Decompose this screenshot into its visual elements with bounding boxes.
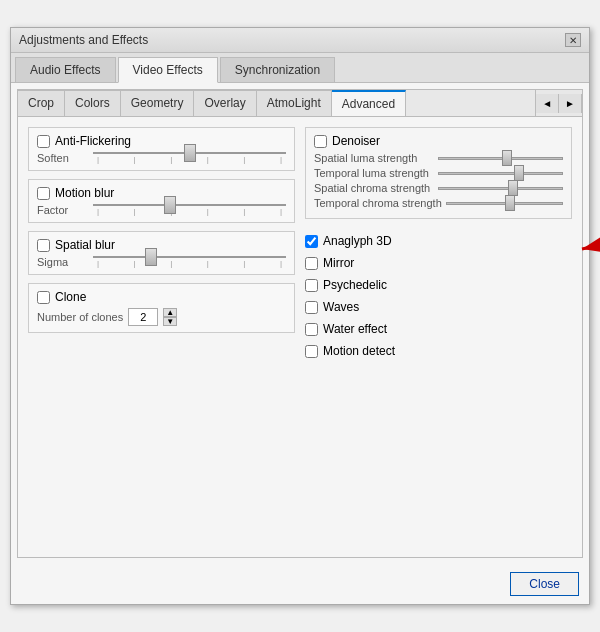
content-area: Crop Colors Geometry Overlay AtmoLight A… [17,89,583,558]
factor-ticks: | | | | | | [93,207,286,216]
clone-checkbox[interactable] [37,291,50,304]
sub-tabs: Crop Colors Geometry Overlay AtmoLight A… [18,90,582,117]
subtab-overlay[interactable]: Overlay [194,90,256,116]
subtab-colors[interactable]: Colors [65,90,121,116]
tick: | [207,207,209,216]
close-icon[interactable]: ✕ [565,33,581,47]
motion-blur-label-row: Motion blur [37,186,286,200]
clone-spin-down[interactable]: ▼ [163,317,177,326]
denoiser-label: Denoiser [332,134,380,148]
clone-number-input[interactable] [128,308,158,326]
mirror-checkbox[interactable] [305,257,318,270]
clone-spin-up[interactable]: ▲ [163,308,177,317]
dialog-title: Adjustments and Effects [19,33,148,47]
spatial-luma-slider[interactable] [438,157,563,160]
nav-prev-arrow[interactable]: ◄ [536,94,559,113]
tick: | [280,155,282,164]
subtab-geometry[interactable]: Geometry [121,90,195,116]
spatial-luma-row: Spatial luma strength [314,152,563,164]
tick: | [243,207,245,216]
motion-blur-label: Motion blur [55,186,114,200]
denoiser-label-row: Denoiser [314,134,563,148]
motion-blur-checkbox[interactable] [37,187,50,200]
clone-number-row: Number of clones ▲ ▼ [37,308,286,326]
temporal-luma-thumb[interactable] [514,165,524,181]
temporal-luma-slider[interactable] [438,172,563,175]
spatial-luma-thumb[interactable] [502,150,512,166]
panels-container: Anti-Flickering Soften | | | [18,117,582,557]
temporal-chroma-thumb[interactable] [505,195,515,211]
right-effects-list: Anaglyph 3D Mirr [305,231,572,361]
psychedelic-row: Psychedelic [305,278,572,292]
tick: | [97,155,99,164]
waves-checkbox[interactable] [305,301,318,314]
soften-thumb[interactable] [184,144,196,162]
left-panel: Anti-Flickering Soften | | | [28,127,295,547]
anti-flickering-label: Anti-Flickering [55,134,131,148]
main-tabs: Audio Effects Video Effects Synchronizat… [11,53,589,83]
tick: | [243,259,245,268]
spatial-chroma-label: Spatial chroma strength [314,182,434,194]
clone-spinner: ▲ ▼ [163,308,177,326]
mirror-label: Mirror [323,256,354,270]
tick: | [134,155,136,164]
anti-flickering-checkbox[interactable] [37,135,50,148]
footer: Close [11,564,589,604]
spatial-blur-checkbox[interactable] [37,239,50,252]
tick: | [207,259,209,268]
tick: | [243,155,245,164]
subtab-atmolight[interactable]: AtmoLight [257,90,332,116]
motion-detect-checkbox[interactable] [305,345,318,358]
sigma-slider[interactable] [93,256,286,258]
factor-slider[interactable] [93,204,286,206]
sigma-label: Sigma [37,256,87,268]
spatial-chroma-row: Spatial chroma strength [314,182,563,194]
close-button[interactable]: Close [510,572,579,596]
tab-nav: ◄ ► [535,90,582,116]
spatial-chroma-thumb[interactable] [508,180,518,196]
tick: | [280,207,282,216]
factor-slider-row: Factor | | | | | | [37,204,286,216]
temporal-chroma-row: Temporal chroma strength [314,197,563,209]
tick: | [97,207,99,216]
factor-thumb[interactable] [164,196,176,214]
anaglyph-row: Anaglyph 3D [305,234,572,248]
temporal-luma-label: Temporal luma strength [314,167,434,179]
temporal-chroma-label: Temporal chroma strength [314,197,442,209]
soften-label: Soften [37,152,87,164]
waves-label: Waves [323,300,359,314]
clone-label-row: Clone [37,290,286,304]
spatial-luma-label: Spatial luma strength [314,152,434,164]
sigma-ticks: | | | | | | [93,259,286,268]
right-panel: Denoiser Spatial luma strength Temporal … [305,127,572,547]
temporal-chroma-slider[interactable] [446,202,563,205]
spatial-blur-label-row: Spatial blur [37,238,286,252]
water-effect-label: Water effect [323,322,387,336]
nav-next-arrow[interactable]: ► [559,94,582,113]
subtab-crop[interactable]: Crop [18,90,65,116]
spatial-chroma-slider[interactable] [438,187,563,190]
tick: | [134,207,136,216]
psychedelic-checkbox[interactable] [305,279,318,292]
tab-audio-effects[interactable]: Audio Effects [15,57,116,82]
soften-slider[interactable] [93,152,286,154]
denoiser-checkbox[interactable] [314,135,327,148]
waves-row: Waves [305,300,572,314]
clone-label: Clone [55,290,86,304]
dialog: Adjustments and Effects ✕ Audio Effects … [10,27,590,605]
clone-group: Clone Number of clones ▲ ▼ [28,283,295,333]
tick: | [207,155,209,164]
water-effect-checkbox[interactable] [305,323,318,336]
anaglyph-checkbox[interactable] [305,235,318,248]
tick: | [280,259,282,268]
tab-video-effects[interactable]: Video Effects [118,57,218,83]
red-arrow-icon [572,229,600,269]
subtab-advanced[interactable]: Advanced [332,90,406,116]
tick: | [170,259,172,268]
motion-detect-row: Motion detect [305,344,572,358]
soften-slider-row: Soften | | | | | | [37,152,286,164]
sigma-thumb[interactable] [145,248,157,266]
tab-synchronization[interactable]: Synchronization [220,57,335,82]
title-bar: Adjustments and Effects ✕ [11,28,589,53]
anaglyph-label: Anaglyph 3D [323,234,392,248]
